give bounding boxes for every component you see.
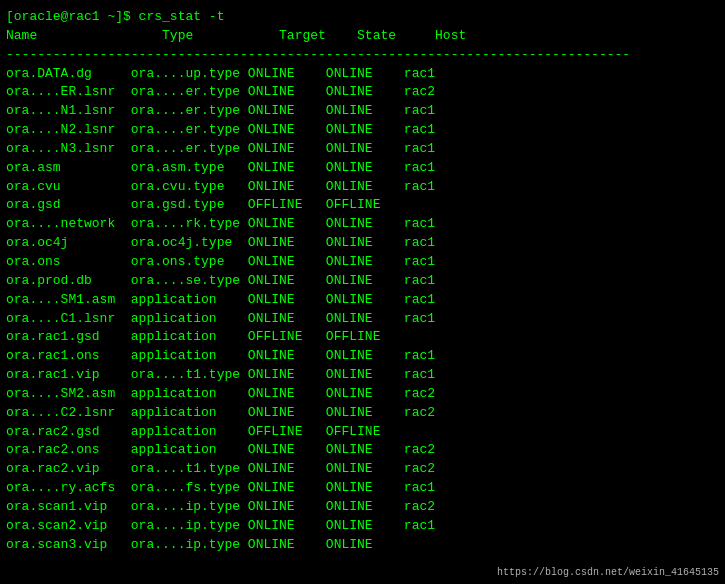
header-line: Name Type Target State Host bbox=[6, 27, 719, 46]
table-row: ora....ry.acfs ora....fs.type ONLINE ONL… bbox=[6, 479, 719, 498]
table-row: ora.scan1.vip ora....ip.type ONLINE ONLI… bbox=[6, 498, 719, 517]
table-row: ora.prod.db ora....se.type ONLINE ONLINE… bbox=[6, 272, 719, 291]
table-row: ora....N1.lsnr ora....er.type ONLINE ONL… bbox=[6, 102, 719, 121]
table-row: ora.ons ora.ons.type ONLINE ONLINE rac1 bbox=[6, 253, 719, 272]
table-row: ora.oc4j ora.oc4j.type ONLINE ONLINE rac… bbox=[6, 234, 719, 253]
table-row: ora....N2.lsnr ora....er.type ONLINE ONL… bbox=[6, 121, 719, 140]
table-row: ora.scan3.vip ora....ip.type ONLINE ONLI… bbox=[6, 536, 719, 555]
table-row: ora.rac1.gsd application OFFLINE OFFLINE bbox=[6, 328, 719, 347]
table-row: ora....C2.lsnr application ONLINE ONLINE… bbox=[6, 404, 719, 423]
table-row: ora....N3.lsnr ora....er.type ONLINE ONL… bbox=[6, 140, 719, 159]
table-row: ora.rac2.ons application ONLINE ONLINE r… bbox=[6, 441, 719, 460]
table-row: ora.DATA.dg ora....up.type ONLINE ONLINE… bbox=[6, 65, 719, 84]
terminal-container: [oracle@rac1 ~]$ crs_stat -t Name Type T… bbox=[6, 8, 719, 554]
table-row: ora....ER.lsnr ora....er.type ONLINE ONL… bbox=[6, 83, 719, 102]
separator-line: ----------------------------------------… bbox=[6, 46, 719, 65]
prompt-line: [oracle@rac1 ~]$ crs_stat -t bbox=[6, 8, 719, 27]
watermark: https://blog.csdn.net/weixin_41645135 bbox=[497, 567, 719, 578]
table-row: ora.scan2.vip ora....ip.type ONLINE ONLI… bbox=[6, 517, 719, 536]
rows-container: ora.DATA.dg ora....up.type ONLINE ONLINE… bbox=[6, 65, 719, 555]
table-row: ora....SM1.asm application ONLINE ONLINE… bbox=[6, 291, 719, 310]
table-row: ora.rac1.ons application ONLINE ONLINE r… bbox=[6, 347, 719, 366]
table-row: ora.cvu ora.cvu.type ONLINE ONLINE rac1 bbox=[6, 178, 719, 197]
table-row: ora.rac2.vip ora....t1.type ONLINE ONLIN… bbox=[6, 460, 719, 479]
table-row: ora....C1.lsnr application ONLINE ONLINE… bbox=[6, 310, 719, 329]
table-row: ora.rac1.vip ora....t1.type ONLINE ONLIN… bbox=[6, 366, 719, 385]
table-row: ora....network ora....rk.type ONLINE ONL… bbox=[6, 215, 719, 234]
table-row: ora.rac2.gsd application OFFLINE OFFLINE bbox=[6, 423, 719, 442]
table-row: ora.gsd ora.gsd.type OFFLINE OFFLINE bbox=[6, 196, 719, 215]
table-row: ora.asm ora.asm.type ONLINE ONLINE rac1 bbox=[6, 159, 719, 178]
table-row: ora....SM2.asm application ONLINE ONLINE… bbox=[6, 385, 719, 404]
